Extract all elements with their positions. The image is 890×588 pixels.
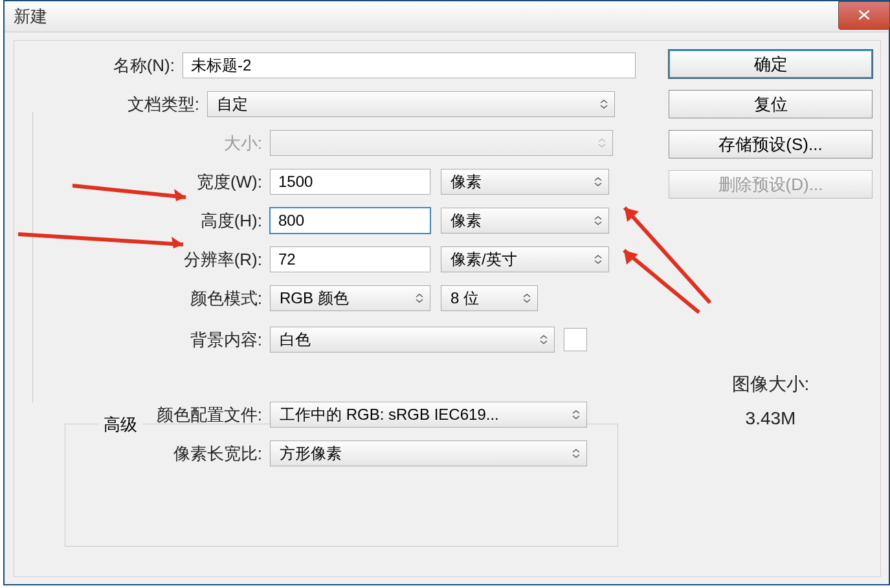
colorprofile-value: 工作中的 RGB: sRGB IEC619...	[280, 404, 499, 425]
height-label: 高度(H):	[14, 210, 270, 232]
size-label: 大小:	[14, 132, 270, 155]
chevron-updown-icon	[416, 294, 426, 303]
resolution-unit-value: 像素/英寸	[451, 249, 517, 270]
pixelaspect-label: 像素长宽比:	[14, 442, 270, 465]
new-document-dialog: 新建 名称(N): 文档类型: 自定	[3, 0, 890, 585]
size-select	[270, 130, 613, 156]
colormode-select[interactable]: RGB 颜色	[270, 285, 430, 311]
width-unit-select[interactable]: 像素	[441, 169, 609, 195]
chevron-updown-icon	[523, 294, 533, 303]
chevron-updown-icon	[594, 216, 605, 225]
colordepth-select[interactable]: 8 位	[441, 285, 538, 311]
name-input[interactable]	[183, 52, 636, 78]
doctype-value: 自定	[217, 94, 248, 114]
width-input[interactable]	[270, 169, 430, 195]
image-size-info: 图像大小: 3.43M	[669, 367, 873, 435]
ok-button[interactable]: 确定	[669, 50, 873, 78]
close-button[interactable]	[838, 1, 890, 30]
chevron-updown-icon	[598, 138, 608, 147]
name-label: 名称(N):	[14, 54, 183, 77]
reset-button[interactable]: 复位	[669, 90, 873, 118]
doctype-select[interactable]: 自定	[207, 91, 615, 117]
button-column: 确定 复位 存储预设(S)... 删除预设(D)... 图像大小: 3.43M	[669, 50, 873, 435]
main-form: 名称(N): 文档类型: 自定 大小:	[14, 41, 652, 479]
chevron-updown-icon	[572, 449, 583, 458]
pixelaspect-select[interactable]: 方形像素	[270, 441, 587, 466]
background-color-swatch[interactable]	[564, 328, 587, 351]
colormode-label: 颜色模式:	[14, 287, 270, 310]
image-size-label: 图像大小:	[669, 367, 873, 401]
background-value: 白色	[280, 329, 311, 350]
image-size-value: 3.43M	[669, 401, 873, 435]
chevron-updown-icon	[594, 177, 605, 186]
save-preset-button[interactable]: 存储预设(S)...	[669, 130, 873, 158]
colorprofile-select[interactable]: 工作中的 RGB: sRGB IEC619...	[270, 402, 587, 428]
colordepth-value: 8 位	[451, 288, 479, 309]
pixelaspect-value: 方形像素	[280, 443, 342, 464]
width-unit-value: 像素	[451, 171, 482, 192]
colormode-value: RGB 颜色	[280, 288, 349, 309]
resolution-label: 分辨率(R):	[14, 248, 270, 271]
dialog-body: 名称(N): 文档类型: 自定 大小:	[14, 40, 881, 577]
background-select[interactable]: 白色	[270, 327, 555, 353]
height-input[interactable]	[270, 208, 430, 234]
chevron-updown-icon	[594, 255, 605, 264]
advanced-legend: 高级	[98, 413, 142, 436]
chevron-updown-icon	[600, 100, 610, 109]
delete-preset-button: 删除预设(D)...	[669, 170, 873, 199]
window-title: 新建	[14, 5, 47, 28]
chevron-updown-icon	[572, 410, 583, 419]
titlebar: 新建	[5, 1, 889, 32]
background-label: 背景内容:	[14, 329, 270, 351]
height-unit-select[interactable]: 像素	[441, 208, 609, 234]
resolution-unit-select[interactable]: 像素/英寸	[441, 246, 609, 272]
resolution-input[interactable]	[270, 246, 430, 272]
doctype-label: 文档类型:	[14, 93, 207, 116]
chevron-updown-icon	[540, 335, 550, 344]
height-unit-value: 像素	[451, 210, 482, 231]
close-icon	[858, 7, 871, 24]
width-label: 宽度(W):	[14, 171, 270, 193]
